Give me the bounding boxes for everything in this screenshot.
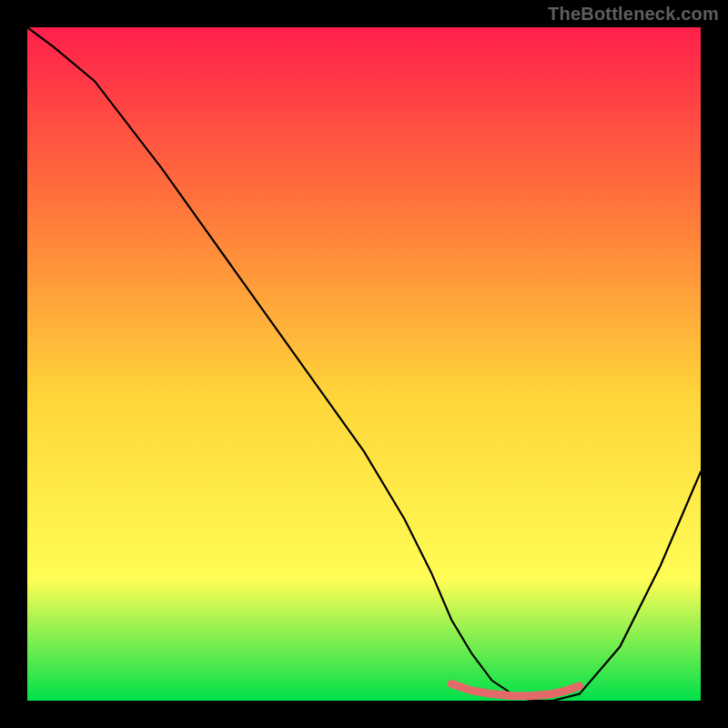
- chart-frame: TheBottleneck.com: [0, 0, 728, 728]
- gradient-background: [27, 27, 701, 701]
- watermark-text: TheBottleneck.com: [548, 4, 719, 25]
- plot-area: [27, 27, 701, 701]
- chart-svg: [27, 27, 701, 701]
